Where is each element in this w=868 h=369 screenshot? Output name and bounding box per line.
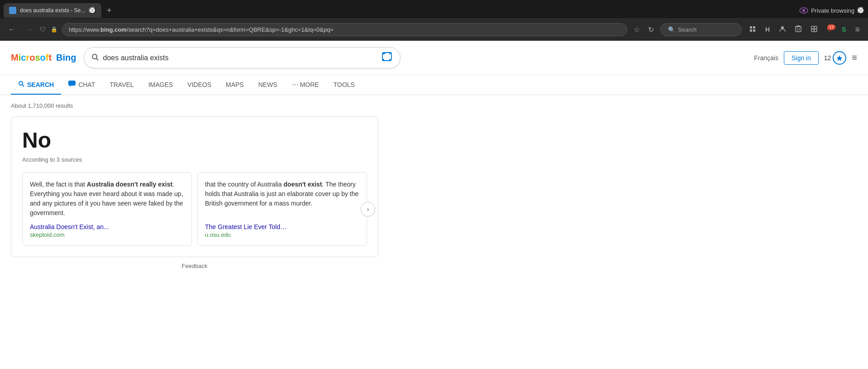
puzzle-button[interactable] — [808, 24, 820, 36]
tab-travel[interactable]: TRAVEL — [102, 76, 141, 95]
tools-tab-label: TOOLS — [334, 81, 355, 88]
browser-chrome: does australia exists - Se... ✕ + Privat… — [0, 0, 868, 41]
feedback-label[interactable]: Feedback — [181, 263, 207, 269]
private-browsing-label: Private browsing — [811, 7, 854, 14]
tab-news[interactable]: NEWS — [251, 76, 285, 95]
language-button[interactable]: Français — [754, 54, 778, 62]
images-tab-label: IMAGES — [148, 81, 173, 88]
search-box-icon — [91, 53, 99, 62]
svg-rect-7 — [796, 27, 801, 32]
tab-favicon — [9, 7, 16, 14]
private-browsing-icon — [799, 7, 808, 14]
tab-images[interactable]: IMAGES — [141, 76, 180, 95]
search-icon: 🔍 — [668, 26, 675, 33]
active-tab[interactable]: does australia exists - Se... ✕ — [4, 3, 101, 18]
refresh-button[interactable]: ↻ — [646, 24, 656, 36]
tab-more[interactable]: ⋯ MORE — [285, 76, 326, 95]
svg-marker-23 — [70, 86, 71, 87]
source-card-2: that the country of Australia doesn't ex… — [197, 172, 367, 246]
reward-badge: 12 — [824, 51, 847, 65]
s-button[interactable]: S — [839, 24, 849, 35]
svg-line-16 — [96, 58, 98, 60]
shield-badge-button[interactable]: 🛡17 — [824, 24, 835, 35]
sources-grid: Well, the fact is that Australia doesn't… — [22, 172, 367, 246]
tab-title: does australia exists - Se... — [20, 7, 85, 14]
menu-button[interactable]: ≡ — [852, 23, 863, 36]
browser-search-placeholder: Search — [678, 26, 696, 33]
tab-bar: does australia exists - Se... ✕ + Privat… — [0, 0, 868, 18]
back-button[interactable]: ← — [5, 24, 18, 35]
tab-chat[interactable]: CHAT — [61, 75, 102, 95]
bookmark-button[interactable]: ☆ — [632, 24, 642, 36]
shield-badge-count: 17 — [827, 24, 835, 30]
answer-source-text: According to 3 sources — [22, 156, 367, 163]
source-link-section-1: Australia Doesn't Exist, an... skeptoid.… — [30, 218, 184, 238]
forward-button[interactable]: → — [23, 24, 35, 35]
source-link-2[interactable]: The Greatest Lie Ever Told… — [205, 223, 359, 230]
travel-tab-label: TRAVEL — [110, 81, 134, 88]
source-text-1: Well, the fact is that Australia doesn't… — [30, 180, 184, 218]
chat-tab-label: CHAT — [78, 81, 95, 88]
source-card-1: Well, the fact is that Australia doesn't… — [22, 172, 192, 246]
reward-circle[interactable] — [833, 51, 846, 65]
svg-rect-12 — [814, 26, 817, 29]
maps-tab-label: MAPS — [226, 81, 244, 88]
source-domain-2: u.osu.edu — [205, 231, 359, 238]
content-area: About 1,710,000 results No According to … — [0, 95, 389, 282]
person-button[interactable] — [776, 24, 789, 36]
url-text: https://www.bing.com/search?q=does+austr… — [69, 26, 620, 33]
bing-logo[interactable]: Microsoft Bing — [11, 53, 76, 63]
bing-page: Microsoft Bing — [0, 41, 868, 369]
svg-rect-11 — [811, 26, 814, 29]
svg-point-15 — [92, 54, 97, 59]
svg-rect-5 — [753, 29, 755, 32]
hamburger-menu-button[interactable]: ≡ — [852, 53, 857, 63]
svg-rect-2 — [750, 26, 752, 29]
address-bar: ← → 🛡 🔒 https://www.bing.com/search?q=do… — [0, 18, 868, 41]
reward-count: 12 — [824, 54, 831, 62]
results-count: About 1,710,000 results — [11, 102, 378, 109]
private-browsing-indicator: Private browsing ✕ — [799, 7, 864, 14]
source-link-1[interactable]: Australia Doesn't Exist, an... — [30, 223, 184, 230]
source-text-2: that the country of Australia doesn't ex… — [205, 180, 359, 218]
svg-rect-4 — [750, 29, 752, 32]
close-private-button[interactable]: ✕ — [857, 7, 864, 14]
nav-tabs: SEARCH CHAT TRAVEL IMAGES VIDEOS MAPS NE… — [0, 75, 868, 95]
h-button[interactable]: H — [763, 24, 773, 35]
videos-tab-label: VIDEOS — [187, 81, 211, 88]
answer-main-text: No — [22, 128, 367, 153]
feedback-bar: Feedback — [11, 257, 378, 275]
url-bar[interactable]: https://www.bing.com/search?q=does+austr… — [62, 23, 627, 36]
trash-button[interactable] — [792, 24, 804, 36]
svg-rect-3 — [753, 26, 755, 29]
sources-next-button[interactable]: › — [361, 202, 375, 216]
tab-maps[interactable]: MAPS — [219, 76, 251, 95]
extensions-button[interactable] — [746, 24, 759, 36]
tab-tools[interactable]: TOOLS — [326, 76, 362, 95]
svg-rect-14 — [814, 29, 817, 32]
svg-point-6 — [781, 26, 784, 29]
source-link-section-2: The Greatest Lie Ever Told… u.osu.edu — [205, 218, 359, 238]
source-domain-1: skeptoid.com — [30, 231, 184, 238]
new-tab-button[interactable]: + — [103, 5, 115, 16]
svg-rect-22 — [68, 81, 76, 86]
bing-header: Microsoft Bing — [0, 41, 868, 75]
browser-search-field[interactable]: 🔍 Search — [660, 23, 742, 36]
answer-card: No According to 3 sources Well, the fact… — [11, 116, 378, 257]
signin-button[interactable]: Sign in — [784, 51, 819, 65]
search-box[interactable] — [84, 47, 401, 68]
camera-search-button[interactable] — [381, 51, 393, 64]
header-right: Français Sign in 12 ≡ — [754, 51, 857, 65]
tab-close-button[interactable]: ✕ — [89, 7, 96, 14]
search-tab-label: SEARCH — [27, 81, 54, 88]
tab-videos[interactable]: VIDEOS — [180, 76, 219, 95]
svg-point-1 — [802, 9, 805, 12]
search-tab-icon — [18, 81, 24, 88]
chat-tab-icon — [68, 81, 76, 88]
search-box-container — [84, 47, 401, 68]
shield-icon: 🛡 — [40, 26, 46, 33]
tab-search[interactable]: SEARCH — [11, 75, 61, 95]
lock-icon: 🔒 — [51, 26, 57, 33]
search-input[interactable] — [103, 54, 377, 62]
news-tab-label: NEWS — [258, 81, 277, 88]
